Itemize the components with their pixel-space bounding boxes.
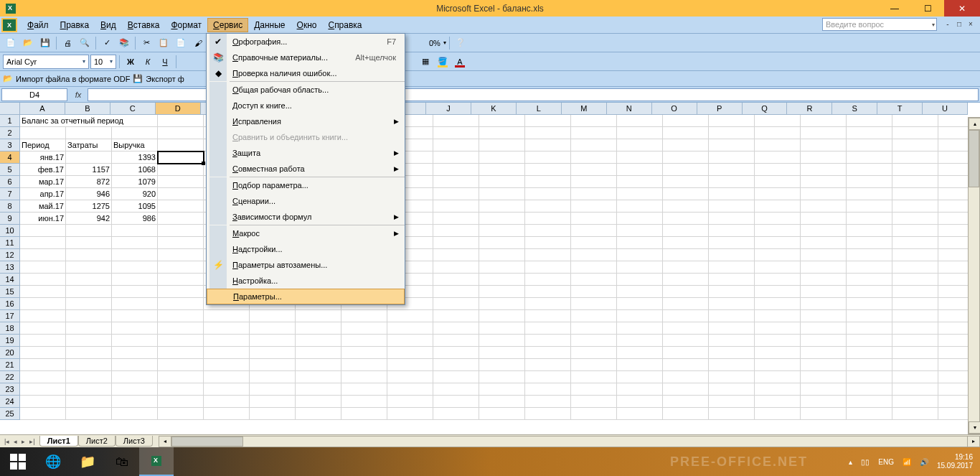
cell[interactable] bbox=[663, 310, 709, 322]
cell[interactable]: фев.17 bbox=[20, 164, 66, 176]
cell[interactable]: Баланс за отчетный период bbox=[20, 115, 158, 127]
zoom-dropdown-icon[interactable]: ▾ bbox=[443, 39, 446, 46]
cell[interactable] bbox=[204, 310, 250, 322]
cell[interactable] bbox=[250, 347, 296, 359]
cell[interactable] bbox=[112, 310, 158, 322]
cell[interactable] bbox=[755, 383, 801, 396]
cell[interactable] bbox=[755, 127, 801, 139]
cell[interactable] bbox=[892, 322, 938, 335]
row-header[interactable]: 23 bbox=[0, 383, 20, 396]
cell[interactable] bbox=[433, 237, 479, 249]
horizontal-scrollbar[interactable] bbox=[159, 436, 980, 447]
print-preview-button[interactable]: 🔍 bbox=[77, 35, 93, 51]
taskbar-item-store[interactable]: 🛍 bbox=[105, 447, 139, 476]
cell[interactable] bbox=[617, 127, 663, 139]
cell[interactable] bbox=[617, 225, 663, 237]
cell[interactable] bbox=[112, 371, 158, 383]
cell[interactable] bbox=[20, 335, 66, 347]
cell[interactable] bbox=[158, 213, 204, 225]
cell[interactable] bbox=[158, 225, 204, 237]
bold-button[interactable]: Ж bbox=[123, 54, 138, 70]
cell[interactable] bbox=[479, 322, 525, 335]
spreadsheet-grid[interactable]: ABCDEFGHIJKLMNOPQRSTU 123456789101112131… bbox=[0, 103, 980, 422]
save-button[interactable]: 💾 bbox=[37, 35, 53, 51]
cell[interactable] bbox=[571, 176, 617, 188]
cell[interactable] bbox=[479, 127, 525, 139]
cell[interactable] bbox=[387, 359, 433, 371]
cell[interactable] bbox=[892, 396, 938, 408]
cell[interactable] bbox=[892, 127, 938, 139]
cell[interactable] bbox=[755, 237, 801, 249]
cell[interactable] bbox=[663, 237, 709, 249]
cell[interactable] bbox=[571, 274, 617, 286]
cell[interactable] bbox=[663, 335, 709, 347]
tray-volume-icon[interactable]: 🔊 bbox=[920, 458, 928, 466]
taskbar-item-ie[interactable]: 🌐 bbox=[36, 447, 70, 476]
new-button[interactable]: 📄 bbox=[3, 35, 19, 51]
cell[interactable] bbox=[20, 383, 66, 396]
cell[interactable]: 920 bbox=[112, 188, 158, 200]
column-header[interactable]: L bbox=[517, 103, 562, 115]
cell[interactable] bbox=[617, 286, 663, 298]
cell[interactable] bbox=[479, 237, 525, 249]
cell[interactable] bbox=[617, 249, 663, 261]
row-header[interactable]: 20 bbox=[0, 347, 20, 359]
cell[interactable]: май.17 bbox=[20, 200, 66, 213]
cell[interactable] bbox=[892, 298, 938, 310]
cell[interactable] bbox=[20, 322, 66, 335]
cell[interactable] bbox=[663, 286, 709, 298]
cell[interactable] bbox=[709, 164, 755, 176]
cell[interactable] bbox=[663, 408, 709, 420]
cell[interactable] bbox=[847, 371, 892, 383]
cell[interactable] bbox=[801, 298, 847, 310]
cell[interactable] bbox=[341, 396, 387, 408]
cell[interactable] bbox=[571, 151, 617, 164]
menu-файл[interactable]: Файл bbox=[22, 18, 55, 32]
select-all-corner[interactable] bbox=[0, 103, 20, 115]
cell[interactable] bbox=[112, 347, 158, 359]
cell[interactable] bbox=[296, 371, 341, 383]
cell[interactable] bbox=[755, 225, 801, 237]
cell[interactable] bbox=[204, 359, 250, 371]
cell[interactable] bbox=[571, 225, 617, 237]
menu-item[interactable]: Настройка... bbox=[207, 273, 405, 289]
row-header[interactable]: 4 bbox=[0, 151, 20, 164]
cell[interactable] bbox=[479, 298, 525, 310]
menu-item[interactable]: Подбор параметра... bbox=[207, 177, 405, 193]
cell[interactable] bbox=[479, 371, 525, 383]
row-header[interactable]: 18 bbox=[0, 322, 20, 335]
cell[interactable] bbox=[158, 164, 204, 176]
cell[interactable] bbox=[387, 322, 433, 335]
cell[interactable]: 986 bbox=[112, 213, 158, 225]
cell[interactable] bbox=[892, 151, 938, 164]
cell[interactable] bbox=[801, 164, 847, 176]
cell[interactable] bbox=[525, 151, 571, 164]
cell[interactable] bbox=[158, 127, 204, 139]
cell[interactable]: 1275 bbox=[66, 200, 112, 213]
menu-item[interactable]: Общая рабочая область... bbox=[207, 82, 405, 98]
cell[interactable] bbox=[112, 249, 158, 261]
cell[interactable] bbox=[755, 396, 801, 408]
cell[interactable] bbox=[755, 347, 801, 359]
cell[interactable] bbox=[525, 335, 571, 347]
cell[interactable] bbox=[892, 274, 938, 286]
cell[interactable] bbox=[709, 274, 755, 286]
cell[interactable] bbox=[571, 261, 617, 274]
cell[interactable]: 1068 bbox=[112, 164, 158, 176]
cell[interactable] bbox=[433, 139, 479, 151]
mdi-close-button[interactable]: × bbox=[966, 19, 976, 29]
cell[interactable] bbox=[847, 286, 892, 298]
cell[interactable] bbox=[892, 139, 938, 151]
cell[interactable] bbox=[433, 115, 479, 127]
cell[interactable] bbox=[892, 347, 938, 359]
row-header[interactable]: 11 bbox=[0, 237, 20, 249]
system-menu-icon[interactable]: X bbox=[1, 18, 17, 32]
cell[interactable] bbox=[847, 225, 892, 237]
cell[interactable] bbox=[755, 371, 801, 383]
cell[interactable] bbox=[892, 408, 938, 420]
cell[interactable] bbox=[433, 213, 479, 225]
cell[interactable] bbox=[525, 249, 571, 261]
cell[interactable] bbox=[204, 347, 250, 359]
cell[interactable] bbox=[663, 371, 709, 383]
cell[interactable] bbox=[158, 274, 204, 286]
